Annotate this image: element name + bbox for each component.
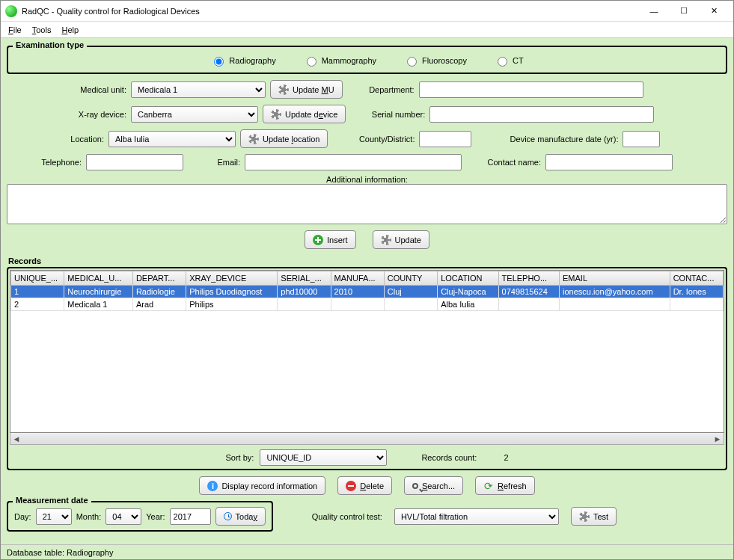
- menu-tools[interactable]: Tools: [32, 25, 52, 34]
- records-count-label: Records count:: [421, 453, 477, 462]
- clock-icon: [224, 512, 232, 520]
- qc-test-label: Quality control test:: [285, 512, 382, 521]
- close-button[interactable]: ✕: [699, 2, 729, 20]
- update-button[interactable]: Update: [373, 230, 429, 249]
- menubar: File Tools Help: [1, 22, 733, 38]
- telephone-input[interactable]: [86, 154, 183, 170]
- measurement-date-fieldset: Measurement date Day: 21 Month: 04 Year:…: [7, 501, 273, 532]
- test-button[interactable]: Test: [571, 507, 617, 526]
- plus-icon: [313, 235, 323, 245]
- radio-ct[interactable]: CT: [494, 55, 524, 67]
- grid-header[interactable]: XRAY_DEVICE: [186, 271, 278, 286]
- exam-type-radios: Radiography Mammography Fluoroscopy CT: [14, 52, 720, 68]
- medical-unit-label: Medical unit:: [7, 85, 126, 94]
- app-window: RadQC - Quality control for Radiological…: [0, 0, 734, 560]
- records-grid[interactable]: UNIQUE_...MEDICAL_U...DEPART...XRAY_DEVI…: [10, 270, 724, 433]
- manuf-date-input[interactable]: [623, 131, 660, 147]
- grid-header[interactable]: COUNTY: [384, 271, 437, 286]
- info-icon: i: [207, 481, 218, 491]
- status-text: Database table: Radiography: [7, 548, 113, 557]
- year-label: Year:: [146, 512, 165, 521]
- sort-by-label: Sort by:: [225, 453, 254, 462]
- menu-help[interactable]: Help: [61, 25, 79, 34]
- gear-icon: [248, 134, 259, 144]
- email-label: Email:: [188, 158, 240, 167]
- grid-header[interactable]: DEPART...: [132, 271, 186, 286]
- delete-icon: [346, 481, 356, 491]
- gear-icon: [278, 84, 289, 95]
- grid-header[interactable]: MANUFA...: [331, 271, 384, 286]
- radio-mammography[interactable]: Mammography: [303, 55, 376, 67]
- radio-radiography[interactable]: Radiography: [210, 55, 275, 67]
- insert-button[interactable]: Insert: [305, 230, 356, 249]
- contact-name-input[interactable]: [545, 154, 673, 170]
- gear-icon: [381, 235, 391, 245]
- scroll-right-icon[interactable]: ►: [712, 434, 724, 444]
- radio-fluoroscopy[interactable]: Fluoroscopy: [403, 55, 467, 67]
- window-title: RadQC - Quality control for Radiological…: [22, 7, 639, 16]
- records-legend: Records: [8, 256, 727, 265]
- table-row[interactable]: 1NeurochirurgieRadiologiePhilips Duodiag…: [11, 286, 724, 298]
- department-input[interactable]: [419, 81, 643, 98]
- grid-header[interactable]: SERIAL_...: [278, 271, 331, 286]
- manuf-date-label: Device manufacture date (yr):: [476, 135, 618, 144]
- xray-device-label: X-ray device:: [7, 110, 126, 119]
- day-select[interactable]: 21: [36, 508, 72, 525]
- update-device-button[interactable]: Update device: [263, 105, 346, 123]
- county-input[interactable]: [419, 131, 471, 147]
- records-fieldset: UNIQUE_...MEDICAL_U...DEPART...XRAY_DEVI…: [7, 267, 727, 470]
- additional-info-textarea[interactable]: [7, 184, 727, 224]
- refresh-button[interactable]: ⟳Refresh: [475, 476, 535, 495]
- measurement-date-legend: Measurement date: [13, 496, 91, 505]
- month-select[interactable]: 04: [105, 508, 141, 525]
- sort-by-select[interactable]: UNIQUE_ID: [260, 449, 387, 466]
- grid-header[interactable]: EMAIL: [560, 271, 670, 286]
- email-input[interactable]: [245, 154, 462, 170]
- grid-header[interactable]: CONTAC...: [670, 271, 723, 286]
- serial-number-input[interactable]: [429, 106, 654, 123]
- department-label: Department:: [347, 85, 415, 94]
- location-select[interactable]: Alba Iulia: [108, 131, 236, 147]
- serial-number-label: Serial number:: [350, 110, 425, 119]
- telephone-label: Telephone:: [7, 158, 82, 167]
- minimize-button[interactable]: —: [639, 2, 669, 20]
- day-label: Day:: [14, 512, 31, 521]
- app-icon: [5, 5, 17, 17]
- records-count-value: 2: [504, 453, 508, 462]
- grid-header[interactable]: UNIQUE_...: [11, 271, 64, 286]
- maximize-button[interactable]: ☐: [669, 2, 699, 20]
- table-row[interactable]: 2Medicala 1AradPhilipsAlba Iulia: [11, 298, 724, 311]
- medical-unit-select[interactable]: Medicala 1: [131, 81, 266, 98]
- gear-icon: [579, 511, 590, 522]
- search-button[interactable]: Search...: [404, 476, 463, 495]
- grid-horizontal-scrollbar[interactable]: ◄ ►: [10, 433, 724, 445]
- display-record-info-button[interactable]: iDisplay record information: [199, 476, 325, 495]
- titlebar: RadQC - Quality control for Radiological…: [1, 1, 733, 22]
- grid-header[interactable]: MEDICAL_U...: [64, 271, 133, 286]
- update-mu-button[interactable]: Update MU: [270, 80, 343, 99]
- year-input[interactable]: [170, 508, 211, 525]
- contact-name-label: Contact name:: [466, 158, 541, 167]
- exam-type-legend: Examination type: [13, 40, 87, 49]
- scroll-left-icon[interactable]: ◄: [10, 434, 22, 444]
- menu-file[interactable]: File: [8, 25, 22, 34]
- qc-test-select[interactable]: HVL/Total filtration: [394, 508, 559, 525]
- delete-button[interactable]: Delete: [337, 476, 392, 495]
- month-label: Month:: [76, 512, 102, 521]
- search-icon: [412, 483, 418, 489]
- refresh-icon: ⟳: [483, 481, 494, 491]
- grid-header[interactable]: LOCATION: [438, 271, 498, 286]
- today-button[interactable]: Today: [215, 507, 266, 526]
- exam-type-fieldset: Examination type Radiography Mammography…: [7, 46, 727, 74]
- xray-device-select[interactable]: Canberra: [131, 106, 258, 123]
- client-area: Examination type Radiography Mammography…: [1, 38, 733, 544]
- gear-icon: [271, 109, 281, 120]
- additional-info-label: Additional information:: [7, 175, 727, 184]
- update-location-button[interactable]: Update location: [240, 129, 328, 148]
- county-label: County/District:: [332, 135, 415, 144]
- location-label: Location:: [7, 135, 104, 144]
- status-bar: Database table: Radiography: [1, 544, 733, 559]
- grid-header[interactable]: TELEPHO...: [498, 271, 559, 286]
